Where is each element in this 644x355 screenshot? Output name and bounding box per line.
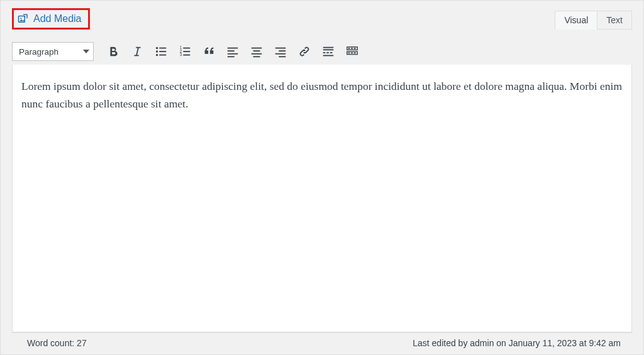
- svg-rect-30: [330, 52, 333, 53]
- svg-rect-0: [19, 16, 25, 23]
- tab-visual[interactable]: Visual: [555, 11, 597, 30]
- svg-rect-6: [159, 51, 166, 52]
- svg-rect-31: [323, 55, 334, 57]
- chevron-down-icon: [83, 50, 89, 53]
- svg-text:3: 3: [180, 52, 182, 57]
- svg-point-1: [20, 18, 21, 19]
- svg-rect-21: [253, 56, 260, 57]
- add-media-button[interactable]: Add Media: [16, 12, 83, 26]
- content-paragraph[interactable]: Lorem ipsum dolor sit amet, consectetur …: [21, 77, 623, 112]
- editor-tabs: Visual Text: [555, 11, 632, 30]
- tab-text[interactable]: Text: [597, 11, 632, 30]
- blockquote-button[interactable]: [198, 42, 219, 61]
- align-right-button[interactable]: [270, 42, 291, 61]
- media-icon: [17, 13, 30, 25]
- svg-point-3: [156, 50, 158, 52]
- toolbar: Paragraph 123: [1, 38, 643, 65]
- last-edited: Last edited by admin on January 11, 2023…: [413, 338, 621, 348]
- svg-rect-27: [323, 49, 334, 50]
- status-bar: Word count: 27 Last edited by admin on J…: [12, 332, 632, 354]
- add-media-highlight: Add Media: [12, 8, 90, 30]
- svg-rect-22: [275, 48, 286, 49]
- svg-rect-26: [323, 47, 334, 48]
- svg-point-2: [156, 47, 158, 49]
- svg-rect-38: [351, 52, 353, 53]
- svg-rect-34: [351, 48, 353, 49]
- numbered-list-button[interactable]: 123: [174, 42, 196, 61]
- top-bar: Add Media Visual Text: [1, 1, 643, 30]
- svg-rect-17: [228, 56, 235, 57]
- align-center-button[interactable]: [246, 42, 267, 61]
- svg-rect-15: [228, 50, 235, 52]
- svg-rect-11: [183, 48, 190, 49]
- add-media-label: Add Media: [33, 13, 82, 25]
- svg-rect-18: [252, 48, 262, 49]
- svg-rect-7: [159, 55, 166, 56]
- svg-rect-20: [252, 53, 262, 55]
- word-count: Word count: 27: [27, 338, 87, 348]
- read-more-button[interactable]: [318, 42, 339, 61]
- svg-rect-33: [348, 48, 350, 49]
- svg-rect-29: [326, 52, 329, 53]
- bullet-list-button[interactable]: [150, 42, 172, 61]
- bold-button[interactable]: [103, 42, 124, 61]
- align-left-button[interactable]: [222, 42, 243, 61]
- svg-point-4: [156, 54, 158, 56]
- editor-container: Add Media Visual Text Paragraph 123: [0, 0, 644, 355]
- svg-rect-39: [354, 52, 356, 53]
- svg-rect-5: [159, 48, 166, 49]
- svg-rect-14: [228, 48, 238, 49]
- svg-rect-35: [354, 48, 356, 49]
- svg-rect-37: [348, 52, 350, 53]
- svg-rect-16: [228, 53, 238, 55]
- format-dropdown-label: Paragraph: [19, 47, 58, 57]
- svg-rect-28: [323, 52, 326, 53]
- svg-rect-13: [183, 55, 190, 56]
- toolbar-toggle-button[interactable]: [341, 42, 363, 61]
- svg-rect-24: [275, 53, 286, 55]
- format-dropdown[interactable]: Paragraph: [12, 42, 94, 61]
- svg-rect-25: [279, 56, 286, 57]
- link-button[interactable]: [294, 42, 315, 61]
- svg-rect-19: [253, 50, 260, 52]
- editor-content-area[interactable]: Lorem ipsum dolor sit amet, consectetur …: [12, 65, 632, 332]
- italic-button[interactable]: [126, 42, 148, 61]
- svg-rect-12: [183, 51, 190, 52]
- svg-rect-23: [279, 50, 286, 52]
